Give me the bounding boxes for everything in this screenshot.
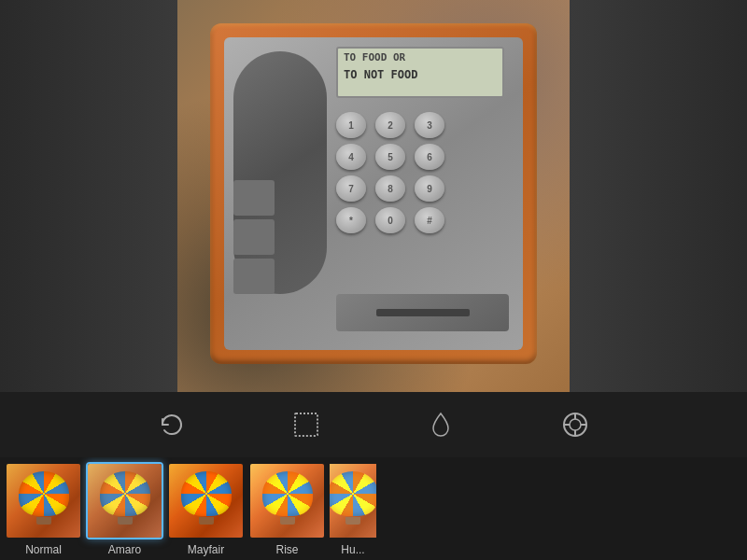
card-slot-area xyxy=(336,294,509,331)
border-icon xyxy=(291,410,321,440)
filter-amaro[interactable]: Amaro xyxy=(86,462,163,556)
key-4: 4 xyxy=(336,144,366,170)
key-3: 3 xyxy=(415,112,444,138)
icon-box-1 xyxy=(233,180,275,216)
filter-mayfair-label: Mayfair xyxy=(188,543,224,556)
keypad: 123456789*0# xyxy=(336,112,448,233)
key-7: 7 xyxy=(336,175,366,202)
display-line2: TO NOT FOOD xyxy=(338,66,502,83)
filter-normal-label: Normal xyxy=(25,543,62,556)
photo-area: TO FOOD OR TO NOT FOOD 123456789*0# xyxy=(0,0,747,392)
key-9: 9 xyxy=(415,175,444,202)
tint-tool[interactable] xyxy=(420,404,461,445)
card-slot xyxy=(376,309,470,316)
adjust-icon xyxy=(560,410,590,440)
key-6: 6 xyxy=(415,144,444,170)
filter-strip: Normal Amaro Mayfair xyxy=(0,457,747,560)
key-8: 8 xyxy=(375,175,405,202)
filter-mayfair-thumb xyxy=(167,462,245,539)
filter-amaro-thumb xyxy=(86,462,163,539)
filter-hudson-thumb xyxy=(330,462,376,539)
filter-rise-thumb xyxy=(248,462,326,539)
toolbar xyxy=(0,392,747,457)
phone-display: TO FOOD OR TO NOT FOOD xyxy=(336,47,504,98)
main-photo: TO FOOD OR TO NOT FOOD 123456789*0# xyxy=(177,0,570,392)
adjust-tool[interactable] xyxy=(555,404,596,445)
svg-rect-0 xyxy=(295,413,317,436)
history-icon xyxy=(157,410,187,440)
tint-icon xyxy=(426,410,456,440)
filter-hudson[interactable]: Hu... xyxy=(330,462,376,556)
key-0: 0 xyxy=(375,207,405,233)
filter-rise-label: Rise xyxy=(275,543,298,556)
key-#: # xyxy=(415,207,444,233)
svg-point-2 xyxy=(570,419,581,430)
filter-normal-thumb xyxy=(5,462,82,539)
icon-strip xyxy=(233,180,280,294)
filter-rise[interactable]: Rise xyxy=(248,462,326,556)
display-line1: TO FOOD OR xyxy=(338,49,502,66)
filter-mayfair[interactable]: Mayfair xyxy=(167,462,245,556)
key-*: * xyxy=(336,207,366,233)
border-tool[interactable] xyxy=(286,404,327,445)
key-1: 1 xyxy=(336,112,366,138)
icon-box-3 xyxy=(233,259,275,294)
icon-box-2 xyxy=(233,219,275,255)
filter-hudson-label: Hu... xyxy=(341,543,364,556)
key-2: 2 xyxy=(375,112,405,138)
history-tool[interactable] xyxy=(151,404,192,445)
filter-amaro-label: Amaro xyxy=(108,543,141,556)
filter-normal[interactable]: Normal xyxy=(5,462,82,556)
key-5: 5 xyxy=(375,144,405,170)
